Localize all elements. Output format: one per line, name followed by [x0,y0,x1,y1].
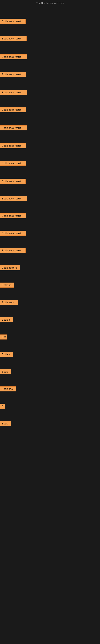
bottleneck-result-item: Bottleneck result [0,143,26,148]
bottleneck-result-item: Bottleneck result [0,179,26,184]
bottleneck-result-item: Bottleneck result [0,72,26,77]
bottleneck-result-item: Bottleneck result [0,19,26,24]
bottleneck-result-item: Bottlen [0,317,13,322]
bottleneck-result-item: Bottlene [0,282,14,288]
bottleneck-result-item: Bottleneck result [0,160,26,166]
bottleneck-result-item: Bottleneck result [0,90,27,95]
bottleneck-result-item: Bottleneck result [0,248,26,253]
bottleneck-result-item: Bo [0,404,5,409]
site-title: TheBottlenecker.com [0,0,100,7]
bottleneck-result-item: Bottlen [0,352,13,357]
bottleneck-result-item: Bottleneck result [0,231,26,236]
bottleneck-result-item: Bottleneck result [0,196,27,201]
bottleneck-result-item: Bottle [0,369,11,374]
bottleneck-result-item: Bottle [0,421,11,426]
bottleneck-result-item: Bottleneck result [0,36,27,41]
bottleneck-result-item: Bot [0,334,7,340]
bottleneck-result-item: Bottleneck result [0,126,27,130]
bottleneck-result-item: Bottleneck re [0,265,20,270]
bottleneck-result-item: Bottleneck result [0,213,26,218]
bottleneck-result-item: Bottleneck r [0,300,18,305]
bottleneck-result-item: Bottleneck result [0,54,27,59]
bottleneck-result-item: Bottleneck result [0,107,26,112]
bottleneck-result-item: Bottlenec [0,386,16,392]
